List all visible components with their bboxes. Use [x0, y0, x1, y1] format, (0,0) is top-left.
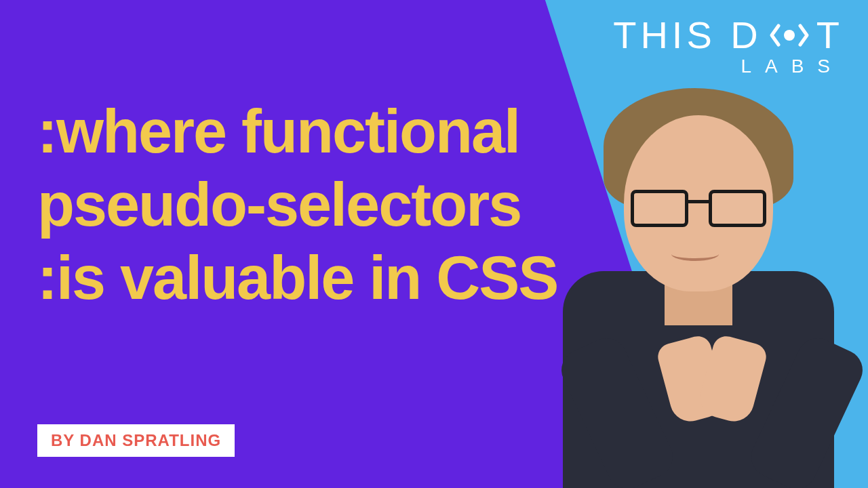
title-line2: pseudo-selectors — [37, 168, 566, 241]
person-smile — [671, 247, 719, 261]
logo-text-part2: T — [816, 16, 844, 54]
logo-main-text: THIS D T — [613, 16, 844, 54]
author-photo — [529, 81, 868, 488]
main-title: :where functional pseudo-selectors :is v… — [37, 95, 566, 314]
title-line1: :where functional — [37, 95, 566, 168]
logo-text-part1: THIS D — [613, 16, 762, 54]
title-line3: :is valuable in CSS — [37, 241, 566, 314]
author-name: BY DAN SPRATLING — [51, 431, 221, 449]
brand-logo: THIS D T LABS — [613, 16, 844, 77]
logo-dot-icon — [769, 22, 810, 49]
author-badge: BY DAN SPRATLING — [37, 424, 235, 457]
svg-point-0 — [784, 30, 795, 41]
glasses-icon — [631, 190, 766, 230]
logo-sub-text: LABS — [613, 56, 844, 77]
